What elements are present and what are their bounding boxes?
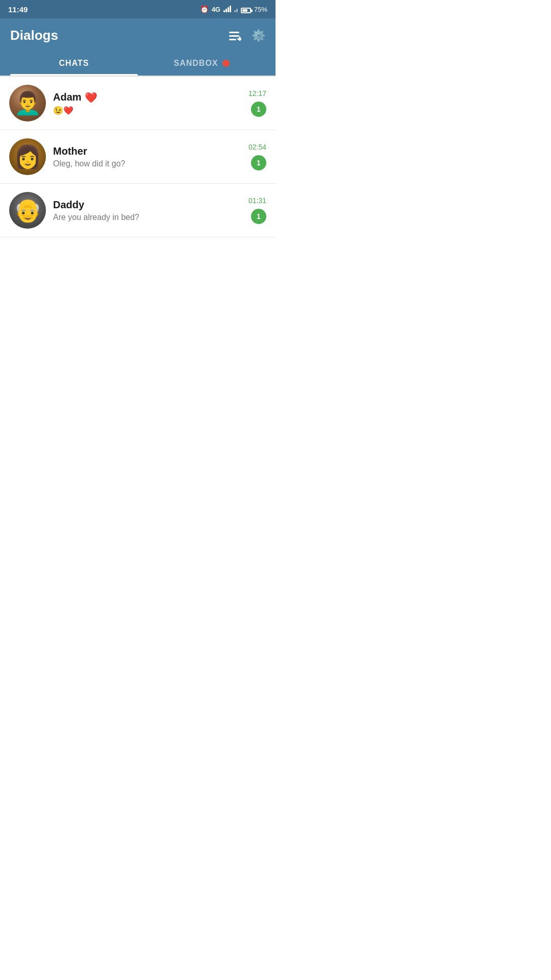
page-title: Dialogs: [10, 28, 58, 43]
chat-content-adam: Adam ❤️ 😉❤️: [53, 91, 241, 115]
unread-badge-mother: 1: [251, 155, 266, 170]
chat-content-daddy: Daddy Are you already in bed?: [53, 199, 241, 222]
chat-meta-adam: 12:17 1: [248, 89, 266, 117]
avatar-daddy: [9, 192, 46, 229]
status-time: 11:49: [8, 5, 28, 14]
header-actions: ⚙️: [229, 29, 265, 42]
chat-time-mother: 02:54: [248, 143, 266, 151]
clock-icon: ⏰: [200, 5, 209, 13]
avatar-adam: [9, 85, 46, 121]
avatar-mother: [9, 138, 46, 175]
tab-sandbox[interactable]: SANDBOX: [138, 52, 265, 74]
signal-full-icon: [223, 5, 231, 14]
chat-item-daddy[interactable]: Daddy Are you already in bed? 01:31 1: [0, 184, 276, 237]
unread-badge-daddy: 1: [251, 209, 266, 224]
svg-rect-1: [229, 35, 239, 37]
chat-name-adam: Adam ❤️: [53, 91, 241, 104]
chat-time-adam: 12:17: [248, 89, 266, 97]
chat-list: Adam ❤️ 😉❤️ 12:17 1 Mother Oleg, how did…: [0, 77, 276, 237]
chat-item-adam[interactable]: Adam ❤️ 😉❤️ 12:17 1: [0, 77, 276, 130]
svg-rect-2: [229, 39, 236, 40]
chat-message-mother: Oleg, how did it go?: [53, 159, 241, 168]
chat-name-mother: Mother: [53, 145, 241, 157]
signal-weak-icon: [234, 5, 238, 14]
chat-message-daddy: Are you already in bed?: [53, 213, 241, 222]
svg-rect-0: [229, 32, 239, 33]
chat-meta-daddy: 01:31 1: [248, 197, 266, 224]
sandbox-notification-dot: [222, 60, 230, 67]
chat-meta-mother: 02:54 1: [248, 143, 266, 170]
status-bar: 11:49 ⏰ 4G 75%: [0, 0, 276, 18]
network-label: 4G: [212, 6, 220, 13]
status-icons: ⏰ 4G 75%: [200, 5, 267, 14]
battery-icon: [241, 5, 251, 13]
compose-icon[interactable]: [229, 31, 241, 41]
unread-badge-adam: 1: [251, 102, 266, 117]
header: Dialogs ⚙️: [0, 18, 276, 52]
tab-chats[interactable]: CHATS: [10, 52, 138, 74]
chat-content-mother: Mother Oleg, how did it go?: [53, 145, 241, 168]
chat-name-daddy: Daddy: [53, 199, 241, 211]
chat-time-daddy: 01:31: [248, 197, 266, 205]
tab-bar: CHATS SANDBOX: [0, 52, 276, 76]
chat-message-adam: 😉❤️: [53, 106, 241, 115]
settings-icon[interactable]: ⚙️: [252, 29, 265, 42]
battery-percent: 75%: [254, 6, 267, 13]
chat-item-mother[interactable]: Mother Oleg, how did it go? 02:54 1: [0, 130, 276, 184]
adam-heart-emoji: ❤️: [85, 91, 97, 104]
